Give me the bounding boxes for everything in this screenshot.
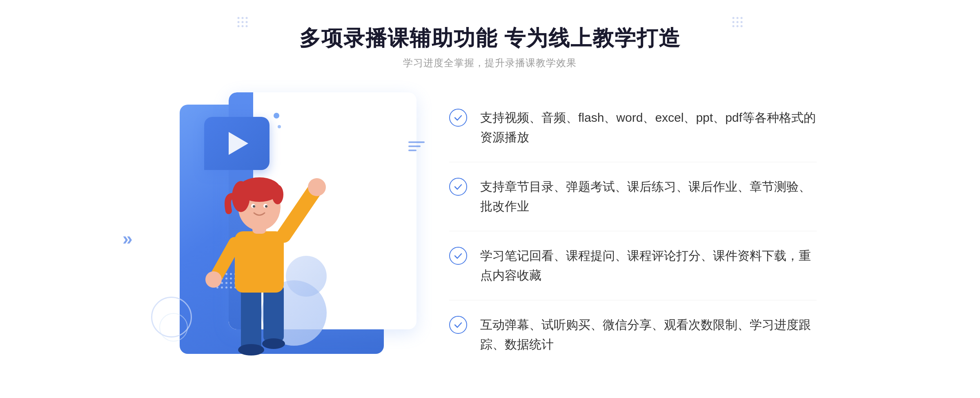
person-illustration bbox=[188, 158, 327, 370]
illustration-area: » bbox=[163, 92, 416, 370]
svg-point-5 bbox=[246, 21, 248, 23]
sparkle-dot-1 bbox=[274, 113, 279, 119]
svg-point-4 bbox=[242, 21, 244, 23]
feature-item-3: 学习笔记回看、课程提问、课程评论打分、课件资料下载，重点内容收藏 bbox=[449, 231, 817, 300]
check-icon-1 bbox=[449, 109, 467, 127]
svg-point-2 bbox=[246, 17, 248, 19]
feature-item-4: 互动弹幕、试听购买、微信分享、观看次数限制、学习进度跟踪、数据统计 bbox=[449, 300, 817, 369]
feature-text-3: 学习笔记回看、课程提问、课程评论打分、课件资料下载，重点内容收藏 bbox=[480, 246, 817, 285]
check-icon-3 bbox=[449, 247, 467, 265]
svg-line-24 bbox=[216, 244, 235, 276]
dots-right-top-decoration bbox=[732, 16, 743, 28]
svg-point-13 bbox=[737, 21, 739, 23]
play-icon bbox=[229, 132, 248, 155]
svg-point-15 bbox=[733, 25, 735, 27]
features-area: 支持视频、音频、flash、word、excel、ppt、pdf等各种格式的资源… bbox=[416, 93, 817, 369]
page-subtitle: 学习进度全掌握，提升录播课教学效果 bbox=[299, 56, 681, 69]
svg-rect-18 bbox=[241, 284, 261, 350]
svg-point-14 bbox=[741, 21, 743, 23]
dots-left-top-decoration bbox=[237, 16, 248, 28]
feature-text-4: 互动弹幕、试听购买、微信分享、观看次数限制、学习进度跟踪、数据统计 bbox=[480, 315, 817, 354]
chevron-arrows: » bbox=[122, 230, 132, 248]
svg-point-11 bbox=[741, 17, 743, 19]
svg-point-31 bbox=[205, 271, 222, 288]
svg-point-30 bbox=[308, 178, 326, 196]
svg-point-6 bbox=[238, 25, 240, 27]
page-title: 多项录播课辅助功能 专为线上教学打造 bbox=[299, 25, 681, 52]
feature-item-2: 支持章节目录、弹题考试、课后练习、课后作业、章节测验、批改作业 bbox=[449, 162, 817, 231]
svg-point-8 bbox=[246, 25, 248, 27]
sparkle-dot-2 bbox=[278, 125, 281, 128]
svg-point-9 bbox=[733, 17, 735, 19]
header-section: 多项录播课辅助功能 专为线上教学打造 学习进度全掌握，提升录播课教学效果 bbox=[299, 25, 681, 69]
content-wrapper: » 支持视频、音频、flash、word、excel、ppt、pdf等各种格式 bbox=[163, 92, 817, 370]
feature-item-1: 支持视频、音频、flash、word、excel、ppt、pdf等各种格式的资源… bbox=[449, 93, 817, 162]
svg-point-21 bbox=[262, 338, 285, 349]
svg-point-20 bbox=[238, 344, 264, 356]
check-icon-4 bbox=[449, 316, 467, 334]
svg-point-17 bbox=[741, 25, 743, 27]
svg-point-10 bbox=[737, 17, 739, 19]
stripe-decoration bbox=[408, 141, 425, 151]
svg-point-0 bbox=[238, 17, 240, 19]
svg-point-16 bbox=[737, 25, 739, 27]
svg-point-34 bbox=[253, 205, 255, 208]
feature-text-2: 支持章节目录、弹题考试、课后练习、课后作业、章节测验、批改作业 bbox=[480, 177, 817, 216]
svg-point-12 bbox=[733, 21, 735, 23]
svg-point-35 bbox=[265, 205, 267, 208]
page-container: 多项录播课辅助功能 专为线上教学打造 学习进度全掌握，提升录播课教学效果 bbox=[0, 0, 980, 398]
svg-point-7 bbox=[242, 25, 244, 27]
svg-point-1 bbox=[242, 17, 244, 19]
svg-rect-22 bbox=[235, 231, 284, 293]
feature-text-1: 支持视频、音频、flash、word、excel、ppt、pdf等各种格式的资源… bbox=[480, 108, 817, 147]
check-icon-2 bbox=[449, 178, 467, 196]
svg-point-29 bbox=[272, 185, 283, 204]
svg-point-3 bbox=[238, 21, 240, 23]
svg-rect-19 bbox=[263, 284, 284, 342]
svg-line-23 bbox=[284, 190, 314, 235]
